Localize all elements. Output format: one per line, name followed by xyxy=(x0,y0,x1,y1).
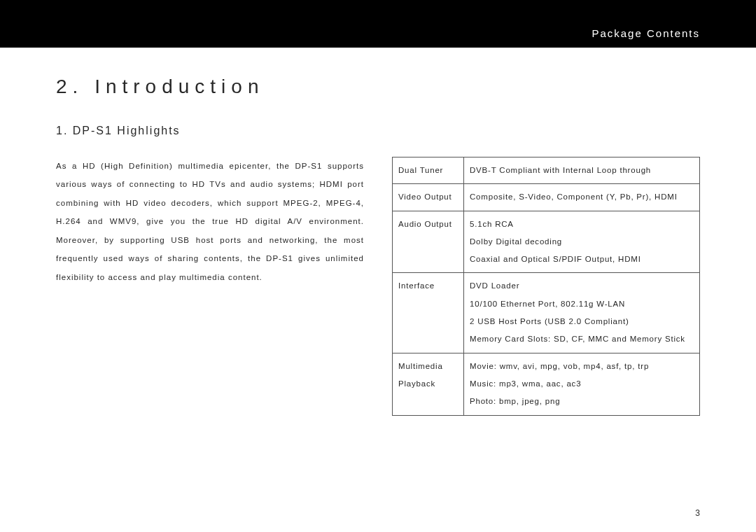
spec-value: DVB-T Compliant with Internal Loop throu… xyxy=(464,158,700,184)
spec-label: Interface xyxy=(393,273,464,353)
page-number: 3 xyxy=(695,508,700,518)
table-row: Audio Output5.1ch RCADolby Digital decod… xyxy=(393,211,700,273)
spec-label: Audio Output xyxy=(393,211,464,273)
body-paragraph: As a HD (High Definition) multimedia epi… xyxy=(56,157,364,286)
spec-label: Dual Tuner xyxy=(393,158,464,184)
spec-value: DVD Loader10/100 Ethernet Port, 802.11g … xyxy=(464,273,700,353)
spec-value: Movie: wmv, avi, mpg, vob, mp4, asf, tp,… xyxy=(464,353,700,415)
spec-value: Composite, S-Video, Component (Y, Pb, Pr… xyxy=(464,184,700,211)
table-row: Dual TunerDVB-T Compliant with Internal … xyxy=(393,158,700,184)
right-column: Dual TunerDVB-T Compliant with Internal … xyxy=(392,157,700,416)
two-column-layout: As a HD (High Definition) multimedia epi… xyxy=(56,157,700,416)
header-bar: Package Contents xyxy=(0,0,756,48)
table-row: Video OutputComposite, S-Video, Componen… xyxy=(393,184,700,211)
spec-value: 5.1ch RCADolby Digital decodingCoaxial a… xyxy=(464,211,700,273)
header-section-label: Package Contents xyxy=(592,27,700,39)
spec-table-body: Dual TunerDVB-T Compliant with Internal … xyxy=(393,158,700,416)
chapter-title: 2. Introduction xyxy=(56,76,700,98)
spec-table: Dual TunerDVB-T Compliant with Internal … xyxy=(392,157,700,416)
page-content: 2. Introduction 1. DP-S1 Highlights As a… xyxy=(0,48,756,416)
left-column: As a HD (High Definition) multimedia epi… xyxy=(56,157,364,416)
table-row: Multimedia PlaybackMovie: wmv, avi, mpg,… xyxy=(393,353,700,415)
spec-label: Multimedia Playback xyxy=(393,353,464,415)
section-title: 1. DP-S1 Highlights xyxy=(56,125,700,137)
spec-label: Video Output xyxy=(393,184,464,211)
table-row: InterfaceDVD Loader10/100 Ethernet Port,… xyxy=(393,273,700,353)
